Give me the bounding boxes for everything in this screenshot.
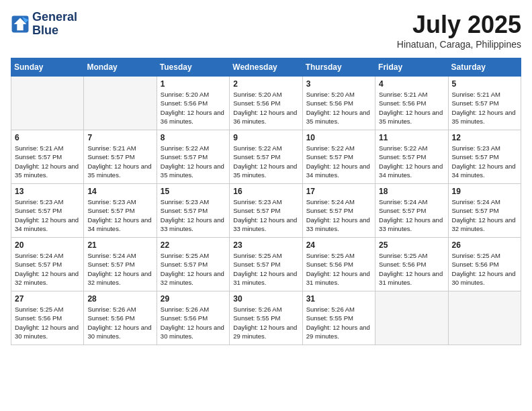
- day-number: 22: [161, 240, 226, 250]
- calendar-week-row: 20Sunrise: 5:24 AMSunset: 5:57 PMDayligh…: [11, 238, 521, 291]
- day-info: Sunrise: 5:25 AMSunset: 5:56 PMDaylight:…: [452, 251, 517, 287]
- day-info: Sunrise: 5:22 AMSunset: 5:57 PMDaylight:…: [379, 144, 444, 179]
- logo-icon: [11, 15, 30, 34]
- sunrise: Sunrise: 5:26 AM: [87, 306, 136, 313]
- day-number: 30: [233, 294, 298, 304]
- calendar-day: 24Sunrise: 5:25 AMSunset: 5:56 PMDayligh…: [302, 238, 375, 291]
- daylight: Daylight: 12 hours and 29 minutes.: [233, 324, 297, 340]
- sunrise: Sunrise: 5:25 AM: [161, 252, 209, 259]
- daylight: Daylight: 12 hours and 30 minutes.: [87, 324, 151, 340]
- day-info: Sunrise: 5:25 AMSunset: 5:57 PMDaylight:…: [161, 251, 226, 287]
- sunset: Sunset: 5:57 PM: [452, 99, 499, 107]
- page-header: General Blue July 2025 Hinatuan, Caraga,…: [11, 11, 521, 50]
- sunset: Sunset: 5:56 PM: [233, 99, 280, 107]
- day-info: Sunrise: 5:25 AMSunset: 5:56 PMDaylight:…: [306, 251, 371, 287]
- sunset: Sunset: 5:57 PM: [161, 153, 208, 161]
- day-number: 10: [306, 133, 371, 142]
- calendar-day: 16Sunrise: 5:23 AMSunset: 5:57 PMDayligh…: [230, 184, 302, 238]
- sunset: Sunset: 5:56 PM: [379, 261, 426, 268]
- daylight: Daylight: 12 hours and 35 minutes.: [87, 163, 151, 179]
- daylight: Daylight: 12 hours and 36 minutes.: [161, 109, 224, 125]
- sunset: Sunset: 5:55 PM: [306, 314, 353, 322]
- day-info: Sunrise: 5:24 AMSunset: 5:57 PMDaylight:…: [452, 197, 517, 233]
- calendar-day: 22Sunrise: 5:25 AMSunset: 5:57 PMDayligh…: [157, 238, 229, 291]
- daylight: Daylight: 12 hours and 35 minutes.: [161, 163, 224, 179]
- day-info: Sunrise: 5:21 AMSunset: 5:57 PMDaylight:…: [15, 144, 80, 179]
- weekday-header: Saturday: [448, 58, 521, 77]
- sunset: Sunset: 5:57 PM: [379, 207, 426, 214]
- sunrise: Sunrise: 5:22 AM: [379, 144, 427, 152]
- calendar-day: 15Sunrise: 5:23 AMSunset: 5:57 PMDayligh…: [157, 184, 229, 238]
- sunrise: Sunrise: 5:23 AM: [452, 144, 500, 152]
- sunrise: Sunrise: 5:23 AM: [87, 198, 136, 205]
- day-number: 4: [379, 79, 444, 89]
- sunset: Sunset: 5:57 PM: [87, 153, 134, 161]
- day-info: Sunrise: 5:23 AMSunset: 5:57 PMDaylight:…: [15, 197, 80, 233]
- daylight: Daylight: 12 hours and 30 minutes.: [161, 324, 224, 340]
- calendar-day: 14Sunrise: 5:23 AMSunset: 5:57 PMDayligh…: [84, 184, 157, 238]
- day-info: Sunrise: 5:22 AMSunset: 5:57 PMDaylight:…: [161, 144, 226, 179]
- day-info: Sunrise: 5:26 AMSunset: 5:55 PMDaylight:…: [233, 305, 298, 340]
- sunset: Sunset: 5:57 PM: [87, 261, 134, 268]
- calendar-day: 4Sunrise: 5:21 AMSunset: 5:56 PMDaylight…: [375, 77, 448, 130]
- day-info: Sunrise: 5:24 AMSunset: 5:57 PMDaylight:…: [379, 197, 444, 233]
- sunset: Sunset: 5:57 PM: [306, 207, 353, 214]
- day-number: 16: [233, 187, 298, 196]
- sunset: Sunset: 5:57 PM: [233, 261, 280, 268]
- sunrise: Sunrise: 5:24 AM: [306, 198, 355, 205]
- sunset: Sunset: 5:57 PM: [233, 153, 280, 161]
- sunset: Sunset: 5:57 PM: [15, 207, 62, 214]
- daylight: Daylight: 12 hours and 36 minutes.: [233, 109, 297, 125]
- sunset: Sunset: 5:56 PM: [379, 99, 426, 107]
- day-info: Sunrise: 5:23 AMSunset: 5:57 PMDaylight:…: [161, 197, 226, 233]
- day-info: Sunrise: 5:22 AMSunset: 5:57 PMDaylight:…: [233, 144, 298, 179]
- sunset: Sunset: 5:56 PM: [87, 314, 134, 322]
- daylight: Daylight: 12 hours and 32 minutes.: [161, 270, 224, 286]
- day-number: 6: [15, 133, 80, 142]
- calendar-day: 18Sunrise: 5:24 AMSunset: 5:57 PMDayligh…: [375, 184, 448, 238]
- day-info: Sunrise: 5:25 AMSunset: 5:56 PMDaylight:…: [15, 305, 80, 340]
- calendar-day: 10Sunrise: 5:22 AMSunset: 5:57 PMDayligh…: [302, 130, 375, 184]
- day-number: 2: [233, 79, 298, 89]
- weekday-header: Monday: [84, 58, 157, 77]
- day-info: Sunrise: 5:22 AMSunset: 5:57 PMDaylight:…: [306, 144, 371, 179]
- day-info: Sunrise: 5:24 AMSunset: 5:57 PMDaylight:…: [87, 251, 152, 287]
- daylight: Daylight: 12 hours and 35 minutes.: [15, 163, 79, 179]
- day-number: 8: [161, 133, 226, 142]
- sunset: Sunset: 5:57 PM: [306, 153, 353, 161]
- calendar-day: 25Sunrise: 5:25 AMSunset: 5:56 PMDayligh…: [375, 238, 448, 291]
- day-number: 17: [306, 187, 371, 196]
- sunset: Sunset: 5:55 PM: [233, 314, 280, 322]
- sunrise: Sunrise: 5:21 AM: [15, 144, 63, 152]
- sunrise: Sunrise: 5:22 AM: [233, 144, 281, 152]
- day-info: Sunrise: 5:21 AMSunset: 5:57 PMDaylight:…: [452, 90, 517, 126]
- sunrise: Sunrise: 5:20 AM: [233, 91, 281, 98]
- sunrise: Sunrise: 5:22 AM: [161, 144, 209, 152]
- day-info: Sunrise: 5:26 AMSunset: 5:56 PMDaylight:…: [87, 305, 152, 340]
- calendar-day: [448, 291, 521, 345]
- day-number: 12: [452, 133, 517, 142]
- calendar-day: 17Sunrise: 5:24 AMSunset: 5:57 PMDayligh…: [302, 184, 375, 238]
- daylight: Daylight: 12 hours and 31 minutes.: [233, 270, 297, 286]
- daylight: Daylight: 12 hours and 33 minutes.: [379, 216, 443, 232]
- daylight: Daylight: 12 hours and 34 minutes.: [15, 216, 79, 232]
- weekday-header: Wednesday: [230, 58, 302, 77]
- daylight: Daylight: 12 hours and 30 minutes.: [15, 324, 79, 340]
- daylight: Daylight: 12 hours and 31 minutes.: [379, 270, 443, 286]
- sunrise: Sunrise: 5:24 AM: [15, 252, 63, 259]
- calendar-week-row: 1Sunrise: 5:20 AMSunset: 5:56 PMDaylight…: [11, 77, 521, 130]
- calendar-day: 13Sunrise: 5:23 AMSunset: 5:57 PMDayligh…: [11, 184, 84, 238]
- calendar-day: 1Sunrise: 5:20 AMSunset: 5:56 PMDaylight…: [157, 77, 229, 130]
- day-info: Sunrise: 5:23 AMSunset: 5:57 PMDaylight:…: [87, 197, 152, 233]
- calendar-day: 2Sunrise: 5:20 AMSunset: 5:56 PMDaylight…: [230, 77, 302, 130]
- day-info: Sunrise: 5:24 AMSunset: 5:57 PMDaylight:…: [15, 251, 80, 287]
- calendar-table: SundayMondayTuesdayWednesdayThursdayFrid…: [11, 58, 521, 345]
- sunset: Sunset: 5:57 PM: [452, 153, 499, 161]
- calendar-day: [84, 77, 157, 130]
- sunset: Sunset: 5:56 PM: [15, 314, 62, 322]
- sunrise: Sunrise: 5:26 AM: [306, 306, 355, 313]
- sunrise: Sunrise: 5:20 AM: [161, 91, 209, 98]
- logo-text: General Blue: [32, 11, 77, 38]
- location: Hinatuan, Caraga, Philippines: [397, 39, 521, 50]
- sunrise: Sunrise: 5:24 AM: [87, 252, 136, 259]
